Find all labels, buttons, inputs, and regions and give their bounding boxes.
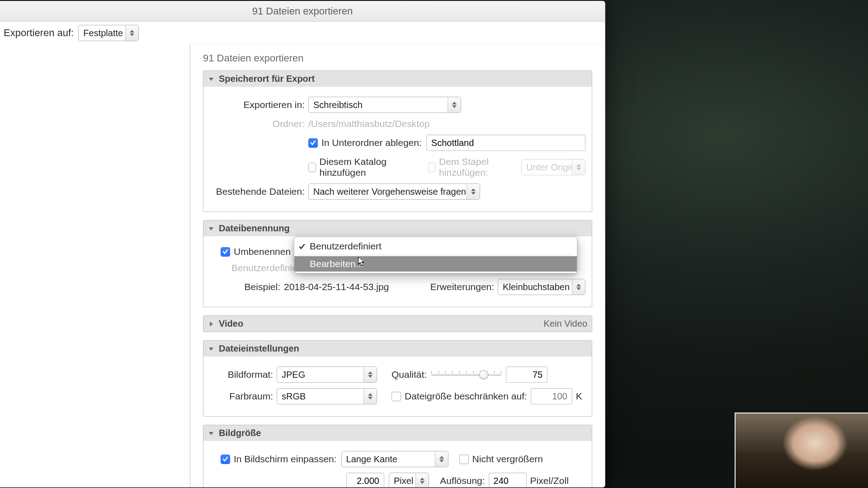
existing-files-popup[interactable]: Nach weiterer Vorgehensweise fragen xyxy=(308,183,480,200)
svg-marker-11 xyxy=(576,287,581,290)
chevron-up-down-icon xyxy=(415,473,429,487)
panel-header[interactable]: Video Kein Video xyxy=(203,316,592,332)
limit-size-input[interactable] xyxy=(531,388,572,404)
rename-checkbox[interactable] xyxy=(221,247,230,257)
svg-marker-19 xyxy=(368,397,373,399)
preset-sidebar[interactable] xyxy=(0,44,190,487)
panel-title: Dateibenennung xyxy=(219,223,290,234)
panel-image-sizing: Bildgröße In Bildschirm einpassen: Lange… xyxy=(203,425,592,487)
existing-files-label: Bestehende Dateien: xyxy=(210,186,308,197)
page-subtitle: 91 Dateien exportieren xyxy=(203,52,592,64)
panel-title: Video xyxy=(219,319,243,329)
format-popup[interactable]: JPEG xyxy=(277,366,377,383)
add-stack-checkbox xyxy=(428,163,436,172)
chevron-up-down-icon xyxy=(363,389,377,404)
svg-marker-7 xyxy=(471,188,476,191)
subfolder-input[interactable] xyxy=(426,135,585,151)
dont-enlarge-label: Nicht vergrößern xyxy=(472,454,543,465)
window-title: 91 Dateien exportieren xyxy=(0,1,605,22)
check-icon xyxy=(299,241,305,252)
panel-video: Video Kein Video xyxy=(203,315,592,332)
existing-files-value: Nach weiterer Vorgehensweise fragen xyxy=(313,187,481,197)
svg-marker-9 xyxy=(209,227,213,230)
triangle-down-icon xyxy=(208,225,214,232)
menu-item-custom[interactable]: Benutzerdefiniert xyxy=(294,239,577,254)
svg-marker-21 xyxy=(439,456,444,459)
resize-fit-popup[interactable]: Lange Kante xyxy=(341,451,448,467)
video-status: Kein Video xyxy=(544,319,587,329)
add-catalog-checkbox[interactable] xyxy=(308,163,316,172)
extensions-popup[interactable]: Kleinbuchstaben xyxy=(498,279,585,295)
folder-path: /Users/matthiasbutz/Desktop xyxy=(308,118,429,129)
panel-header[interactable]: Dateibenennung xyxy=(203,221,592,236)
resolution-input[interactable] xyxy=(489,473,527,487)
chevron-up-down-icon xyxy=(572,279,585,295)
svg-marker-2 xyxy=(209,78,213,81)
format-value: JPEG xyxy=(282,370,321,380)
svg-marker-8 xyxy=(471,192,476,195)
dont-enlarge-checkbox[interactable] xyxy=(459,455,469,464)
limit-size-checkbox[interactable] xyxy=(392,392,401,401)
chevron-up-down-icon xyxy=(435,451,448,467)
quality-input[interactable] xyxy=(506,366,547,383)
panel-header[interactable]: Dateieinstellungen xyxy=(203,341,592,357)
panel-export-location: Speicherort für Export Exportieren in: S… xyxy=(203,70,592,212)
format-label: Bildformat: xyxy=(210,369,277,380)
triangle-down-icon xyxy=(208,346,214,352)
extensions-label: Erweiterungen: xyxy=(430,282,494,292)
example-label: Beispiel: xyxy=(210,282,284,292)
export-to-popup[interactable]: Festplatte xyxy=(78,25,139,41)
svg-marker-3 xyxy=(452,102,457,104)
toolbar: Exportieren auf: Festplatte xyxy=(0,22,605,45)
menu-item-label: Bearbeiten... xyxy=(310,258,363,269)
resize-fit-label: In Bildschirm einpassen: xyxy=(234,454,337,465)
stack-position-popup: Unter Original xyxy=(521,159,585,175)
dimension-input[interactable] xyxy=(346,473,384,487)
panel-title: Dateieinstellungen xyxy=(219,343,299,354)
resize-fit-checkbox[interactable] xyxy=(221,455,230,464)
rename-checkbox-label: Umbenennen in: xyxy=(234,246,303,257)
svg-marker-14 xyxy=(210,322,213,326)
svg-marker-23 xyxy=(420,478,425,480)
resolution-label: Auflösung: xyxy=(440,475,485,486)
panel-header[interactable]: Bildgröße xyxy=(203,425,592,441)
export-in-label: Exportieren in: xyxy=(210,99,308,110)
subfolder-checkbox-label: In Unterordner ablegen: xyxy=(321,137,422,148)
webcam-overlay xyxy=(735,413,868,488)
panel-file-settings: Dateieinstellungen Bildformat: JPEG xyxy=(203,340,592,417)
panel-header[interactable]: Speicherort für Export xyxy=(203,71,592,87)
svg-marker-24 xyxy=(420,481,425,484)
triangle-down-icon xyxy=(208,430,214,436)
export-in-popup[interactable]: Schreibtisch xyxy=(308,97,461,113)
svg-marker-15 xyxy=(209,347,213,351)
svg-marker-20 xyxy=(209,432,213,435)
resize-fit-value: Lange Kante xyxy=(346,454,413,465)
example-value: 2018-04-25-11-44-53.jpg xyxy=(284,282,389,292)
stack-position-value: Unter Original xyxy=(526,162,597,173)
svg-marker-6 xyxy=(576,168,581,170)
svg-marker-18 xyxy=(368,393,373,396)
colorspace-label: Farbraum: xyxy=(210,391,277,402)
svg-marker-1 xyxy=(130,33,134,36)
dimension-unit-popup[interactable]: Pixel xyxy=(389,473,429,487)
svg-marker-4 xyxy=(452,105,457,108)
chevron-up-down-icon xyxy=(572,160,585,175)
chevron-up-down-icon xyxy=(448,97,461,113)
menu-item-label: Benutzerdefiniert xyxy=(310,241,382,252)
export-to-label: Exportieren auf: xyxy=(4,27,74,39)
triangle-down-icon xyxy=(208,76,214,82)
chevron-up-down-icon xyxy=(363,367,377,382)
subfolder-checkbox[interactable] xyxy=(308,138,318,148)
menu-item-edit[interactable]: Bearbeiten... xyxy=(294,256,577,272)
limit-size-label: Dateigröße beschränken auf: xyxy=(405,391,527,402)
panel-title: Bildgröße xyxy=(219,428,261,438)
panel-title: Speicherort für Export xyxy=(219,74,315,84)
svg-marker-17 xyxy=(368,375,373,378)
resolution-unit: Pixel/Zoll xyxy=(530,475,569,486)
limit-size-unit: K xyxy=(576,391,582,402)
colorspace-popup[interactable]: sRGB xyxy=(277,388,377,404)
svg-marker-16 xyxy=(368,371,373,374)
svg-marker-22 xyxy=(439,460,444,462)
panel-file-naming: Dateibenennung Umbenennen in: Be xyxy=(203,220,592,307)
quality-slider[interactable] xyxy=(431,370,501,380)
